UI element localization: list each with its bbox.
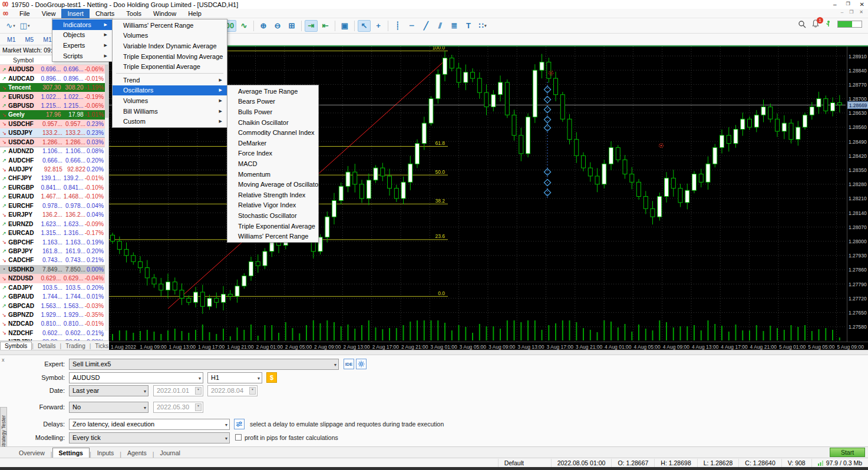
menu-experts[interactable]: Experts▶ [52, 40, 112, 51]
screenshot-icon[interactable]: ▣ [338, 20, 351, 32]
oscillator-bears-power[interactable]: Bears Power [227, 97, 318, 107]
market-watch-row-gbpjpy[interactable]: ↗GBPJPY161.8...161.9...0.20% [0, 247, 108, 256]
shift-end-icon[interactable]: ⇥ [305, 20, 318, 32]
modelling-select[interactable]: Every tick▾ [69, 432, 230, 443]
timeframe-m5[interactable]: M5 [21, 35, 39, 44]
market-watch-row-audnzd[interactable]: ↗AUDNZD1.106...1.106...0.08% [0, 147, 108, 155]
channel-icon[interactable]: ⫽ [434, 20, 447, 32]
oscillator-bulls-power[interactable]: Bulls Power [227, 107, 318, 117]
status-profile[interactable]: Default [498, 459, 551, 467]
oscillator-stochastic-oscillator[interactable]: Stochastic Oscillator [227, 210, 318, 221]
indicator-williams-percent-range[interactable]: Williams' Percent Range [113, 20, 227, 31]
trendline-icon[interactable]: ╱ [420, 20, 433, 32]
market-watch-tab-details[interactable]: Details [34, 342, 60, 350]
zoom-in-icon[interactable]: ⊕ [257, 20, 270, 32]
indicator-variable-index-dynamic-average[interactable]: Variable Index Dynamic Average [113, 41, 227, 51]
indicator-volumes[interactable]: Volumes [113, 31, 227, 41]
zoom-out-icon[interactable]: ⊖ [271, 20, 284, 32]
indicator-category-oscillators[interactable]: Oscillators▶ [113, 85, 227, 96]
market-watch-row-gbpusd[interactable]: ↗GBPUSD1.215...1.215...-0.06% [0, 101, 108, 110]
profit-in-pips-checkbox[interactable] [235, 434, 242, 441]
notifications-icon[interactable]: 1 [811, 19, 820, 29]
cursor-icon[interactable]: ↖ [358, 20, 371, 32]
indicator-category-custom[interactable]: Custom▶ [113, 116, 227, 127]
oscillator-force-index[interactable]: Force Index [227, 148, 318, 159]
price-axis[interactable]: 1.289101.288401.287701.287001.286301.285… [847, 47, 868, 342]
close-button[interactable]: ✕ [860, 1, 864, 8]
oscillator-triple-exponential-average[interactable]: Triple Exponential Average [227, 221, 318, 231]
market-watch-row-audjpy[interactable]: ↘AUDJPY92.81592.8220.20% [0, 165, 108, 174]
text-icon[interactable]: T [462, 20, 475, 32]
forward-date-field[interactable]: 2022.05.30▾ [153, 402, 203, 413]
start-button[interactable]: Start [830, 448, 865, 457]
market-watch-tab-symbols[interactable]: Symbols [0, 342, 32, 350]
oscillator-chaikin-oscillator[interactable]: Chaikin Oscillator [227, 117, 318, 128]
child-restore-button[interactable]: ❐ [849, 9, 853, 15]
market-watch-row-eurcad[interactable]: ↗EURCAD1.315...1.316...-0.17% [0, 229, 108, 237]
market-watch-row-gbpaud[interactable]: ↗GBPAUD1.744...1.744...0.01% [0, 292, 108, 301]
indicator-category-volumes[interactable]: Volumes▶ [113, 95, 227, 106]
crosshair-icon[interactable]: + [372, 20, 385, 32]
expert-select[interactable]: Sell Limit.ex5▾ [69, 359, 339, 370]
oscillator-relative-vigor-index[interactable]: Relative Vigor Index [227, 200, 318, 211]
market-watch-row-eurnzd[interactable]: ↗EURNZD1.623...1.623...-0.09% [0, 219, 108, 228]
symbol-select[interactable]: AUDUSD▾ [69, 372, 203, 383]
date-from-field[interactable]: 2022.01.01▾ [153, 385, 203, 396]
indicator-triple-exponential-moving-average[interactable]: Triple Exponential Moving Average [113, 51, 227, 62]
menu-item-window[interactable]: Window [147, 9, 182, 18]
date-to-field[interactable]: 2022.08.04▾ [207, 385, 258, 396]
delays-select[interactable]: Zero latency, ideal execution▾ [69, 419, 230, 430]
chart-profile-icon[interactable]: ◫▾ [18, 20, 31, 32]
market-watch-row-audusd[interactable]: ↗AUDUSD0.696...0.696...-0.06% [0, 65, 108, 74]
market-watch-row-audcad[interactable]: ↗AUDCAD0.896...0.896...-0.01% [0, 74, 108, 82]
indicator-triple-exponential-average[interactable]: Triple Exponential Average [113, 61, 227, 72]
oscillator-demarker[interactable]: DeMarker [227, 138, 318, 148]
tester-tab-inputs[interactable]: Inputs [91, 448, 120, 458]
oscillator-williams-percent-range[interactable]: Williams' Percent Range [227, 231, 318, 241]
tile-windows-icon[interactable]: ⊞ [285, 20, 298, 32]
market-watch-row-gbpcad[interactable]: ↗GBPCAD1.563...1.563...-0.03% [0, 301, 108, 310]
menu-item-charts[interactable]: Charts [90, 9, 120, 18]
market-watch-row-tencent[interactable]: ↘Tencent307.30308.20-1.19% [0, 83, 108, 92]
indicator-category-bill-williams[interactable]: Bill Williams▶ [113, 106, 227, 117]
period-select[interactable]: H1▾ [207, 372, 262, 383]
forward-select[interactable]: No▾ [69, 402, 148, 413]
market-watch-row-cadjpy[interactable]: ↗CADJPY103.5...103.5...0.20% [0, 283, 108, 292]
search-icon[interactable] [798, 20, 806, 28]
market-watch-row-eurchf[interactable]: ↗EURCHF0.978...0.978...0.04% [0, 201, 108, 210]
market-watch-row-gbpnzd[interactable]: ↘GBPNZD1.929...1.929...-0.35% [0, 310, 108, 319]
oscillator-momentum[interactable]: Momentum [227, 169, 318, 180]
chart-type-icon[interactable]: ∿▾ [4, 20, 17, 32]
market-watch-row-nzdusd[interactable]: ↘NZDUSD0.629...0.629...-0.04% [0, 274, 108, 283]
minimize-button[interactable]: – [833, 1, 837, 8]
child-close-button[interactable]: ✕ [859, 9, 863, 15]
oscillator-moving-average-of-oscillator[interactable]: Moving Average of Oscillator [227, 179, 318, 190]
market-watch-scrollbar[interactable] [105, 65, 108, 331]
ide-button[interactable]: IDE [344, 359, 354, 369]
market-watch-row-usdchf[interactable]: ↘USDCHF0.957...0.957...0.23% [0, 120, 108, 128]
market-watch-row-geely[interactable]: ↘Geely17.9617.98-1.01% [0, 110, 108, 119]
child-minimize-button[interactable]: – [841, 9, 843, 15]
indicator-category-trend[interactable]: Trend▶ [113, 75, 227, 85]
market-watch-row-usdhkd[interactable]: •USDHKD7.849...7.850...0.00% [0, 265, 108, 274]
menu-objects[interactable]: Objects▶ [52, 30, 112, 41]
market-watch-row-audchf[interactable]: ↗AUDCHF0.666...0.666...0.20% [0, 155, 108, 164]
menu-item-insert[interactable]: Insert [61, 9, 90, 18]
menu-scripts[interactable]: Scripts▶ [52, 51, 112, 61]
market-watch-row-usdjpy[interactable]: ↘USDJPY133.2...133.2...0.23% [0, 128, 108, 137]
tester-close-icon[interactable]: x [2, 357, 5, 363]
oscillator-commodity-channel-index[interactable]: Commodity Channel Index [227, 127, 318, 138]
objects-icon[interactable]: ∷▾ [476, 20, 489, 32]
menu-item-tools[interactable]: Tools [120, 9, 147, 18]
tester-tab-agents[interactable]: Agents [121, 448, 153, 458]
market-watch-row-usdcad[interactable]: ↘USDCAD1.286...1.286...0.03% [0, 138, 108, 147]
market-watch-row-gbpchf[interactable]: ↘GBPCHF1.163...1.163...0.19% [0, 237, 108, 246]
market-watch-row-eurusd[interactable]: ↗EURUSD1.022...1.022...-0.19% [0, 92, 108, 101]
horizontal-line-icon[interactable]: ┈ [405, 20, 418, 32]
menu-item-view[interactable]: View [36, 9, 62, 18]
vertical-line-icon[interactable]: ┊ [391, 20, 404, 32]
maximize-button[interactable]: ❐ [846, 1, 850, 8]
delay-settings-button[interactable] [234, 419, 245, 429]
fibonacci-icon[interactable]: ≣ [448, 20, 461, 32]
menu-item-file[interactable]: File [14, 9, 36, 18]
